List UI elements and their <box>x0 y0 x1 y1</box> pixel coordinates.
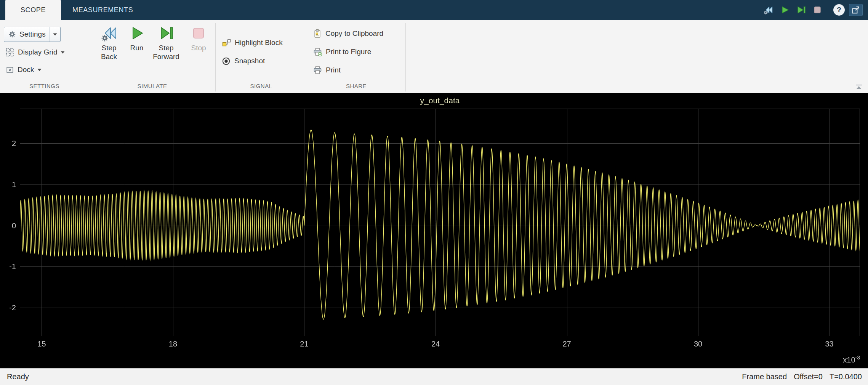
help-icon[interactable]: ? <box>833 3 846 16</box>
step-back-icon[interactable] <box>762 3 775 16</box>
toolstrip-filler <box>406 20 868 93</box>
section-signal: Highlight Block Snapshot SIGNAL <box>216 20 307 93</box>
statusbar: Ready Frame based Offset=0 T=0.0400 <box>0 368 868 385</box>
status-offset: Offset=0 <box>794 372 823 381</box>
run-icon <box>128 24 146 42</box>
display-grid-label: Display Grid <box>18 48 57 56</box>
y-tick-label: 0 <box>0 221 16 230</box>
highlight-block-button[interactable]: Highlight Block <box>222 34 283 52</box>
x-tick-label: 21 <box>293 339 315 348</box>
run-label: Run <box>130 44 144 53</box>
settings-button[interactable]: Settings <box>4 27 61 42</box>
run-button[interactable]: Run <box>126 24 147 82</box>
dock-label: Dock <box>18 66 34 74</box>
step-forward-label: Step Forward <box>149 44 184 61</box>
titlebar-quick-actions: ? <box>762 0 868 20</box>
x-tick-label: 27 <box>556 339 578 348</box>
print-to-figure-button[interactable]: Print to Figure <box>313 43 371 61</box>
dock-icon <box>6 66 14 74</box>
print-icon <box>313 66 322 75</box>
x-axis-scale-label: x10-3 <box>20 355 860 364</box>
chevron-down-icon <box>53 33 57 36</box>
tab-scope-label: SCOPE <box>21 6 46 14</box>
titlebar: SCOPE MEASUREMENTS <box>0 0 868 20</box>
status-time: T=0.0400 <box>830 372 862 381</box>
popout-icon[interactable] <box>849 4 863 16</box>
step-forward-button[interactable]: Step Forward <box>149 24 184 82</box>
section-settings: Settings Display Gr <box>0 20 89 93</box>
section-label-signal: SIGNAL <box>216 82 307 93</box>
tab-measurements[interactable]: MEASUREMENTS <box>61 0 144 20</box>
print-label: Print <box>326 66 341 74</box>
scope-window: SCOPE MEASUREMENTS <box>0 0 868 385</box>
plot-area: y_out_data x10-3 15182124273033210-1-2 <box>0 93 868 368</box>
x-tick-label: 18 <box>162 339 184 348</box>
run-glyph <box>780 5 790 15</box>
x-tick-label: 15 <box>30 339 53 348</box>
y-tick-label: 1 <box>0 180 16 189</box>
copy-to-clipboard-button[interactable]: Copy to Clipboard <box>313 24 383 43</box>
stop-glyph <box>812 5 822 15</box>
status-ready: Ready <box>0 372 29 381</box>
snapshot-button[interactable]: Snapshot <box>222 52 265 70</box>
status-frame-mode: Frame based <box>742 372 787 381</box>
step-back-icon <box>100 24 118 42</box>
display-grid-button[interactable]: Display Grid <box>4 45 67 59</box>
stop-icon <box>811 3 824 16</box>
highlight-block-label: Highlight Block <box>235 38 283 47</box>
x-scale-base: x10 <box>843 356 855 364</box>
step-back-button[interactable]: Step Back <box>93 24 125 82</box>
stop-button: Stop <box>185 24 212 82</box>
print-to-figure-label: Print to Figure <box>326 48 371 56</box>
highlight-block-icon <box>222 38 231 47</box>
section-share: Copy to Clipboard Print to Figure <box>307 20 405 93</box>
chevron-down-icon <box>37 69 42 71</box>
step-back-label: Step Back <box>93 44 125 61</box>
stop-label: Stop <box>191 44 206 53</box>
section-simulate: Step Back Run Step Forward <box>89 20 215 93</box>
settings-dropdown-button[interactable] <box>50 27 60 42</box>
settings-label: Settings <box>19 30 46 38</box>
step-back-glyph <box>763 5 773 15</box>
step-forward-glyph <box>796 5 806 15</box>
popout-glyph <box>851 5 860 14</box>
y-tick-label: -2 <box>0 303 16 312</box>
scope-plot-canvas[interactable] <box>0 93 868 368</box>
toolstrip: Settings Display Gr <box>0 20 868 93</box>
run-icon[interactable] <box>778 3 791 16</box>
y-tick-label: -1 <box>0 262 16 271</box>
snapshot-label: Snapshot <box>234 57 265 65</box>
step-forward-icon <box>157 24 175 42</box>
snapshot-icon <box>222 57 231 66</box>
copy-to-clipboard-label: Copy to Clipboard <box>325 29 383 38</box>
section-label-simulate: SIMULATE <box>89 82 215 93</box>
print-button[interactable]: Print <box>313 61 341 79</box>
display-grid-icon <box>6 48 14 57</box>
step-forward-icon[interactable] <box>794 3 807 16</box>
tab-measurements-label: MEASUREMENTS <box>72 6 133 14</box>
minimize-toolstrip-button[interactable] <box>854 83 863 91</box>
plot-title: y_out_data <box>20 96 860 105</box>
gear-icon <box>8 30 16 38</box>
x-tick-label: 24 <box>424 339 447 348</box>
print-to-figure-icon <box>313 48 322 56</box>
section-label-share: SHARE <box>307 82 405 93</box>
stop-icon <box>190 24 207 42</box>
y-tick-label: 2 <box>0 139 16 148</box>
x-tick-label: 33 <box>818 339 841 348</box>
x-tick-label: 30 <box>687 339 709 348</box>
help-glyph: ? <box>833 4 845 16</box>
copy-to-clipboard-icon <box>313 29 322 38</box>
status-right-group: Frame based Offset=0 T=0.0400 <box>742 372 868 381</box>
dock-button[interactable]: Dock <box>4 63 44 77</box>
section-label-settings: SETTINGS <box>0 82 89 93</box>
minimize-toolstrip-icon <box>855 84 863 89</box>
x-scale-exponent: -3 <box>855 355 860 361</box>
tab-scope[interactable]: SCOPE <box>5 0 61 20</box>
chevron-down-icon <box>61 51 65 54</box>
